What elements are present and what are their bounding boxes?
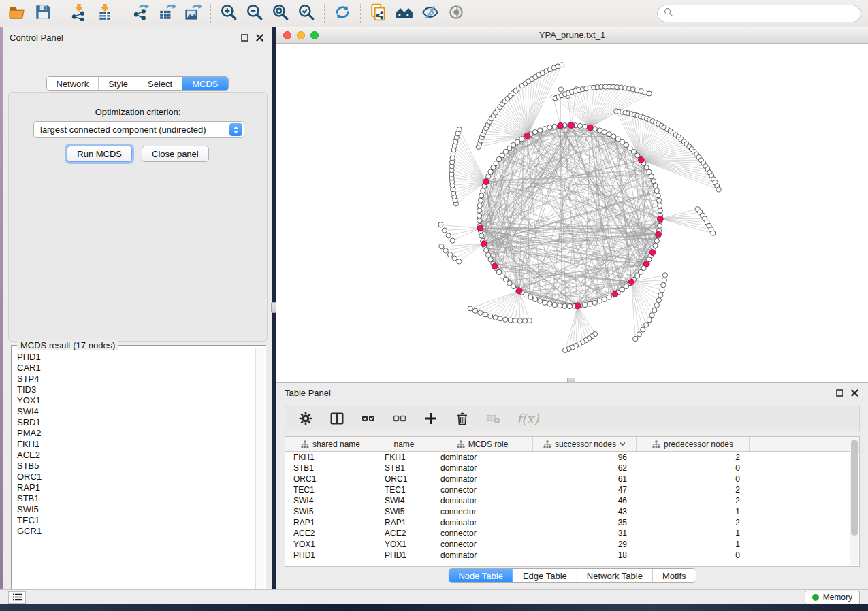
network-node[interactable] — [607, 132, 611, 137]
network-node[interactable] — [528, 295, 533, 299]
close-window-icon[interactable] — [283, 31, 291, 39]
network-node[interactable] — [488, 169, 493, 174]
tab-mcds[interactable]: MCDS — [182, 77, 227, 90]
mcds-result-item[interactable]: SRD1 — [17, 417, 255, 428]
network-node[interactable] — [547, 125, 552, 130]
network-node[interactable] — [484, 248, 489, 252]
first-neighbors-button[interactable] — [391, 3, 417, 24]
network-leaf-node[interactable] — [637, 332, 641, 337]
network-mcds-hub-node[interactable] — [524, 133, 530, 139]
network-node[interactable] — [658, 208, 662, 213]
network-mcds-hub-node[interactable] — [658, 216, 664, 222]
network-node[interactable] — [654, 188, 659, 193]
mcds-result-scrollbar[interactable] — [255, 348, 264, 594]
network-node[interactable] — [478, 198, 483, 203]
network-node[interactable] — [552, 303, 557, 308]
network-node[interactable] — [486, 174, 491, 179]
table-row-SWI5[interactable]: SWI5SWI5connector431 — [285, 506, 859, 517]
network-node[interactable] — [538, 299, 543, 303]
network-node[interactable] — [656, 193, 660, 198]
network-node[interactable] — [588, 301, 592, 306]
column-header-MCDS-role[interactable]: MCDS role — [432, 437, 533, 451]
column-header-predecessor-nodes[interactable]: predecessor nodes — [637, 437, 750, 451]
zoom-selected-button[interactable] — [293, 3, 319, 24]
network-node[interactable] — [658, 223, 662, 228]
maximize-window-icon[interactable] — [310, 31, 319, 39]
network-node[interactable] — [654, 238, 659, 243]
network-node[interactable] — [558, 303, 562, 308]
minimize-window-icon[interactable] — [297, 31, 305, 39]
network-node[interactable] — [533, 130, 538, 135]
network-leaf-node[interactable] — [660, 288, 664, 293]
network-leaf-node[interactable] — [527, 318, 532, 323]
network-leaf-node[interactable] — [647, 91, 652, 96]
tab-network-table[interactable]: Network Table — [577, 569, 652, 582]
table-row-TEC1[interactable]: TEC1TEC1connector472 — [285, 484, 859, 495]
network-node[interactable] — [602, 130, 607, 135]
apply-layout-button[interactable] — [329, 3, 355, 24]
add-column-plus-icon[interactable] — [423, 410, 439, 427]
mcds-result-item[interactable]: GCR1 — [17, 526, 255, 537]
mcds-result-item[interactable]: STB5 — [17, 461, 255, 472]
mcds-result-item[interactable]: ORC1 — [17, 472, 255, 482]
network-node[interactable] — [477, 208, 482, 213]
close-table-panel-icon[interactable] — [849, 387, 860, 398]
zoom-out-button[interactable] — [242, 3, 268, 24]
network-window-titlebar[interactable]: YPA_prune.txt_1 — [276, 27, 868, 44]
network-mcds-hub-node[interactable] — [477, 225, 483, 231]
network-node[interactable] — [481, 188, 485, 193]
table-row-SWI4[interactable]: SWI4SWI4dominator462 — [285, 495, 859, 506]
network-leaf-node[interactable] — [503, 317, 508, 322]
table-row-ORC1[interactable]: ORC1ORC1dominator610 — [285, 474, 859, 484]
network-leaf-node[interactable] — [513, 318, 517, 323]
network-leaf-node[interactable] — [716, 187, 721, 192]
network-leaf-node[interactable] — [452, 256, 457, 261]
network-leaf-node[interactable] — [558, 87, 563, 92]
network-mcds-hub-node[interactable] — [492, 263, 498, 269]
import-network-button[interactable] — [66, 3, 92, 24]
mcds-result-item[interactable]: PHD1 — [17, 352, 255, 363]
network-node[interactable] — [567, 303, 572, 308]
network-mcds-hub-node[interactable] — [483, 179, 489, 185]
table-row-ACE2[interactable]: ACE2ACE2connector311 — [285, 528, 859, 539]
search-field[interactable] — [657, 5, 861, 22]
network-mcds-hub-node[interactable] — [588, 125, 594, 131]
close-panel-button[interactable]: Close panel — [142, 146, 209, 162]
table-row-RAP1[interactable]: RAP1RAP1dominator352 — [285, 517, 859, 528]
network-leaf-node[interactable] — [647, 318, 652, 323]
network-leaf-node[interactable] — [711, 231, 716, 235]
tab-motifs[interactable]: Motifs — [652, 569, 696, 582]
network-mcds-hub-node[interactable] — [656, 231, 662, 237]
network-node[interactable] — [486, 252, 491, 257]
network-leaf-node[interactable] — [446, 233, 451, 238]
network-leaf-node[interactable] — [563, 348, 568, 352]
network-mcds-hub-node[interactable] — [568, 122, 575, 129]
network-node[interactable] — [543, 300, 547, 305]
mcds-result-item[interactable]: TEC1 — [17, 515, 255, 526]
network-mcds-hub-node[interactable] — [516, 288, 522, 294]
network-node[interactable] — [577, 123, 582, 128]
network-node[interactable] — [479, 193, 484, 198]
mcds-result-item[interactable]: YOX1 — [17, 395, 255, 406]
mcds-result-item[interactable]: RAP1 — [17, 482, 255, 493]
network-leaf-node[interactable] — [652, 308, 657, 312]
table-row-PHD1[interactable]: PHD1PHD1dominator180 — [285, 550, 859, 561]
zoom-fit-button[interactable] — [268, 3, 293, 24]
network-node[interactable] — [658, 203, 662, 208]
network-node[interactable] — [649, 174, 654, 179]
tab-edge-table[interactable]: Edge Table — [513, 569, 577, 582]
network-leaf-node[interactable] — [488, 314, 493, 318]
mcds-result-item[interactable]: TID3 — [17, 384, 255, 395]
network-node[interactable] — [647, 169, 652, 174]
show-all-button[interactable] — [443, 3, 469, 24]
network-leaf-node[interactable] — [641, 327, 645, 332]
mcds-result-item[interactable]: CAR1 — [17, 363, 255, 374]
float-table-panel-icon[interactable] — [834, 387, 845, 398]
network-node[interactable] — [524, 293, 528, 297]
network-leaf-node[interactable] — [644, 323, 649, 327]
network-node[interactable] — [644, 165, 649, 170]
network-mcds-hub-node[interactable] — [575, 303, 581, 309]
network-node[interactable] — [597, 128, 602, 133]
network-leaf-node[interactable] — [522, 318, 527, 323]
mcds-result-item[interactable]: STP4 — [17, 374, 255, 384]
